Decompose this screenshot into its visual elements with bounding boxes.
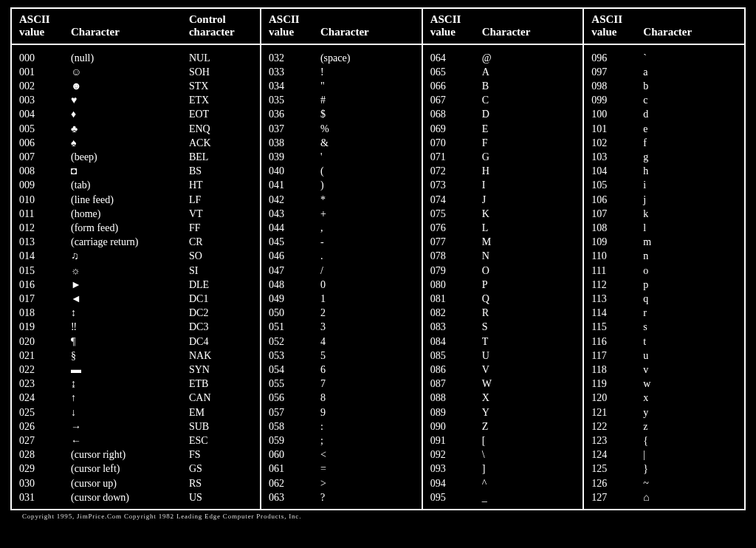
table-row: 020¶DC4 xyxy=(19,335,255,349)
table-row: 007(beep)BEL xyxy=(19,150,255,164)
ascii-value: 105 xyxy=(591,178,634,192)
ascii-character: ^ xyxy=(473,476,579,490)
control-character: SUB xyxy=(189,419,255,434)
table-row: 099c xyxy=(591,93,740,107)
table-row: 035# xyxy=(269,93,417,107)
ascii-character: i xyxy=(634,178,740,192)
ascii-value: 024 xyxy=(19,391,62,405)
ascii-character: ☺ xyxy=(62,65,189,79)
ascii-character: ↨ xyxy=(62,377,189,391)
control-character: EOT xyxy=(189,107,255,121)
ascii-value: 000 xyxy=(19,51,62,65)
ascii-value: 097 xyxy=(591,65,634,79)
table-row: 005♣ENQ xyxy=(19,122,255,136)
ascii-character: , xyxy=(312,221,417,235)
table-row: 034" xyxy=(269,79,417,93)
ascii-character: W xyxy=(473,377,579,391)
ascii-character: f xyxy=(634,136,740,150)
control-character: FS xyxy=(189,448,255,462)
table-row: 121y xyxy=(591,405,740,419)
table-row: 095_ xyxy=(430,490,579,504)
ascii-value: 099 xyxy=(591,93,634,107)
ascii-value: 088 xyxy=(430,391,473,405)
ascii-value: 076 xyxy=(430,221,473,235)
table-row: 047/ xyxy=(269,264,417,278)
table-row: 078N xyxy=(430,249,579,263)
ascii-character: 4 xyxy=(312,335,417,349)
ascii-character: _ xyxy=(473,490,579,504)
ascii-character: > xyxy=(312,476,417,490)
ascii-character: 5 xyxy=(312,349,417,363)
control-character: ESC xyxy=(189,434,255,448)
ascii-value: 116 xyxy=(591,335,634,349)
table-row: 013(carriage return)CR xyxy=(19,235,255,249)
table-row: 027←ESC xyxy=(19,434,255,448)
table-row: 036$ xyxy=(269,107,417,121)
ascii-character: R xyxy=(473,306,579,320)
table-row: 069E xyxy=(430,122,579,136)
table-row: 025↓EM xyxy=(19,405,255,419)
table-row: 018↕DC2 xyxy=(19,306,255,320)
table-row: 102f xyxy=(591,136,740,150)
ascii-value: 008 xyxy=(19,164,62,178)
ascii-value: 018 xyxy=(19,306,62,320)
ascii-value: 061 xyxy=(269,462,312,476)
ascii-value: 063 xyxy=(269,490,312,504)
ascii-value: 109 xyxy=(591,235,634,249)
ascii-character: ; xyxy=(312,434,417,448)
ascii-value: 070 xyxy=(430,136,473,150)
ascii-value: 119 xyxy=(591,377,634,391)
ascii-character: & xyxy=(312,136,417,150)
control-character: STX xyxy=(189,79,255,93)
table-row: 030(cursor up)RS xyxy=(19,476,255,490)
control-character: GS xyxy=(189,462,255,476)
ascii-value: 103 xyxy=(591,150,634,164)
ascii-character: ♦ xyxy=(62,107,189,121)
header-ascii-value: ASCII value xyxy=(430,13,473,39)
table-row: 113q xyxy=(591,292,740,306)
header-ascii-value: ASCII value xyxy=(269,13,312,39)
ascii-value: 031 xyxy=(19,490,62,504)
table-row: 006♠ACK xyxy=(19,136,255,150)
ascii-table: ASCII value Character Control character … xyxy=(10,7,746,510)
table-row: 090Z xyxy=(430,419,579,434)
ascii-character: ¶ xyxy=(62,335,189,349)
header-cell-col1: ASCII value Character xyxy=(261,8,422,44)
ascii-value: 069 xyxy=(430,122,473,136)
ascii-value: 002 xyxy=(19,79,62,93)
ascii-character: ♠ xyxy=(62,136,189,150)
table-row: 037% xyxy=(269,122,417,136)
ascii-character: X xyxy=(473,391,579,405)
ascii-value: 068 xyxy=(430,107,473,121)
ascii-character: Y xyxy=(473,405,579,419)
ascii-value: 053 xyxy=(269,349,312,363)
control-character: SOH xyxy=(189,65,255,79)
table-row: 074J xyxy=(430,193,579,207)
ascii-value: 071 xyxy=(430,150,473,164)
ascii-character: ↑ xyxy=(62,391,189,405)
ascii-value: 120 xyxy=(591,391,634,405)
ascii-value: 100 xyxy=(591,107,634,121)
ascii-character: ‼ xyxy=(62,320,189,334)
ascii-value: 045 xyxy=(269,235,312,249)
ascii-character: H xyxy=(473,164,579,178)
column-2: 064@065A066B067C068D069E070F071G072H073I… xyxy=(422,44,584,510)
table-row: 093] xyxy=(430,462,579,476)
table-row: 089Y xyxy=(430,405,579,419)
table-row: 108l xyxy=(591,221,740,235)
ascii-value: 049 xyxy=(269,292,312,306)
ascii-character: 2 xyxy=(312,306,417,320)
table-row: 063? xyxy=(269,490,417,504)
ascii-character: l xyxy=(634,221,740,235)
ascii-value: 072 xyxy=(430,164,473,178)
ascii-character: < xyxy=(312,448,417,462)
ascii-value: 014 xyxy=(19,249,62,263)
ascii-character: [ xyxy=(473,434,579,448)
column-0: 000(null)NUL001☺SOH002☻STX003♥ETX004♦EOT… xyxy=(11,44,261,510)
table-row: 077M xyxy=(430,235,579,249)
ascii-value: 023 xyxy=(19,377,62,391)
ascii-character: g xyxy=(634,150,740,164)
ascii-value: 048 xyxy=(269,278,312,292)
ascii-character: 1 xyxy=(312,292,417,306)
ascii-value: 017 xyxy=(19,292,62,306)
